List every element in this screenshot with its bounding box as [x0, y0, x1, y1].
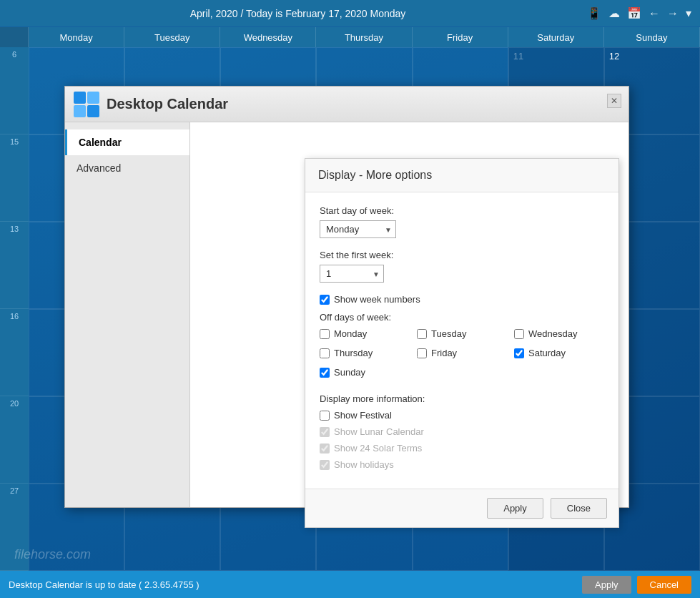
more-info-section: Show Festival Show Lunar Calendar Show 2…	[320, 410, 604, 470]
first-week-select-wrap: 1 2 3 4 ▼	[320, 265, 384, 283]
status-bar: Desktop Calendar is up to date ( 2.3.65.…	[0, 571, 700, 598]
bottom-cancel-button[interactable]: Cancel	[637, 576, 691, 594]
cloud-icon[interactable]: ☁	[608, 6, 620, 20]
header-friday: Friday	[413, 27, 508, 47]
app-close-button[interactable]: ✕	[607, 94, 621, 108]
off-day-thursday-checkbox[interactable]	[320, 348, 330, 358]
header-wednesday: Wednesday	[220, 27, 316, 47]
off-day-wednesday-label: Wednesday	[528, 328, 577, 339]
app-content: Display - More options Start day of week…	[190, 122, 628, 507]
header-thursday: Thursday	[316, 27, 412, 47]
first-week-label: Set the first week:	[320, 250, 604, 260]
off-day-thursday: Thursday	[320, 348, 410, 358]
dialog-title: Display - More options	[305, 159, 618, 192]
bottom-apply-button[interactable]: Apply	[582, 576, 631, 594]
header-sunday: Sunday	[604, 27, 700, 47]
off-day-sunday: Sunday	[320, 367, 410, 378]
show-festival-label: Show Festival	[334, 410, 392, 421]
sidebar-item-advanced[interactable]: Advanced	[65, 155, 189, 181]
week-num-15: 15	[0, 134, 29, 222]
app-title-bar: Desktop Calendar ✕	[65, 87, 628, 122]
show-festival-row: Show Festival	[320, 410, 604, 421]
dialog-body: Start day of week: Monday Tuesday Wednes…	[305, 192, 618, 489]
show-holidays-row: Show holidays	[320, 459, 604, 470]
week-num-6: 6	[0, 47, 29, 134]
app-title: Desktop Calendar	[107, 96, 228, 112]
logo-square-2	[87, 92, 99, 104]
week-num-16: 16	[0, 309, 29, 396]
off-day-friday-checkbox[interactable]	[417, 348, 427, 358]
show-solar-checkbox[interactable]	[320, 443, 330, 454]
off-day-saturday: Saturday	[514, 348, 604, 358]
show-lunar-label: Show Lunar Calendar	[334, 426, 424, 437]
off-day-saturday-checkbox[interactable]	[514, 348, 524, 358]
show-solar-row: Show 24 Solar Terms	[320, 443, 604, 454]
show-holidays-checkbox[interactable]	[320, 460, 330, 470]
off-day-friday-label: Friday	[431, 348, 457, 358]
status-buttons: Apply Cancel	[582, 576, 691, 594]
logo-square-3	[74, 105, 86, 117]
forward-icon[interactable]: →	[667, 7, 679, 20]
show-week-numbers-row: Show week numbers	[320, 294, 604, 305]
off-day-monday: Monday	[320, 328, 410, 339]
off-day-friday: Friday	[417, 348, 507, 358]
week-num-20: 20	[0, 396, 29, 484]
off-day-tuesday-checkbox[interactable]	[417, 329, 427, 339]
show-festival-checkbox[interactable]	[320, 411, 330, 421]
header-tuesday: Tuesday	[124, 27, 220, 47]
start-day-select[interactable]: Monday Tuesday Wednesday Thursday Friday…	[320, 220, 396, 238]
show-week-numbers-checkbox[interactable]	[320, 295, 330, 305]
week-num-header	[0, 27, 29, 47]
first-week-select[interactable]: 1 2 3 4	[320, 265, 384, 283]
off-days-label: Off days of week:	[320, 312, 604, 323]
show-solar-label: Show 24 Solar Terms	[334, 443, 422, 454]
calendar-header: Monday Tuesday Wednesday Thursday Friday…	[0, 27, 700, 47]
logo-square-1	[74, 92, 86, 104]
header-monday: Monday	[29, 27, 124, 47]
app-window: Desktop Calendar ✕ Calendar Advanced Dis…	[64, 86, 629, 508]
calendar-icon[interactable]: 📅	[627, 6, 641, 20]
off-day-tuesday-label: Tuesday	[431, 328, 466, 339]
dialog-apply-button[interactable]: Apply	[487, 498, 543, 519]
watermark: filehorse.com	[14, 547, 91, 562]
show-holidays-label: Show holidays	[334, 459, 394, 470]
off-day-sunday-label: Sunday	[334, 367, 365, 378]
start-day-label: Start day of week:	[320, 205, 604, 216]
app-body: Calendar Advanced Display - More options…	[65, 122, 628, 507]
off-day-monday-checkbox[interactable]	[320, 329, 330, 339]
app-sidebar: Calendar Advanced	[65, 122, 190, 507]
back-icon[interactable]: ←	[649, 7, 660, 20]
more-info-label: Display more information:	[320, 393, 604, 404]
show-week-numbers-label: Show week numbers	[334, 294, 420, 305]
week-num-13: 13	[0, 222, 29, 309]
show-lunar-row: Show Lunar Calendar	[320, 426, 604, 437]
sidebar-item-calendar[interactable]: Calendar	[65, 129, 189, 155]
off-day-wednesday: Wednesday	[514, 328, 604, 339]
off-day-monday-label: Monday	[334, 328, 367, 339]
logo-square-4	[87, 105, 99, 117]
top-bar: April, 2020 / Today is February 17, 2020…	[0, 0, 700, 27]
off-day-tuesday: Tuesday	[417, 328, 507, 339]
off-day-wednesday-checkbox[interactable]	[514, 329, 524, 339]
top-bar-icons: 📱 ☁ 📅 ← → ▾	[587, 6, 691, 20]
top-bar-title: April, 2020 / Today is February 17, 2020…	[9, 8, 587, 19]
off-day-sunday-checkbox[interactable]	[320, 368, 330, 378]
dialog-close-button[interactable]: Close	[551, 498, 607, 519]
start-day-select-wrap: Monday Tuesday Wednesday Thursday Friday…	[320, 220, 396, 238]
off-day-thursday-label: Thursday	[334, 348, 373, 358]
off-day-saturday-label: Saturday	[528, 348, 566, 358]
dialog-footer: Apply Close	[305, 489, 618, 527]
app-logo	[74, 92, 99, 117]
off-days-grid: Monday Tuesday Wednesday Thursday	[320, 328, 604, 383]
status-text: Desktop Calendar is up to date ( 2.3.65.…	[9, 579, 199, 590]
chevron-down-icon[interactable]: ▾	[686, 6, 691, 20]
phone-icon[interactable]: 📱	[587, 6, 601, 20]
show-lunar-checkbox[interactable]	[320, 427, 330, 437]
header-saturday: Saturday	[508, 27, 604, 47]
options-dialog: Display - More options Start day of week…	[305, 158, 619, 528]
